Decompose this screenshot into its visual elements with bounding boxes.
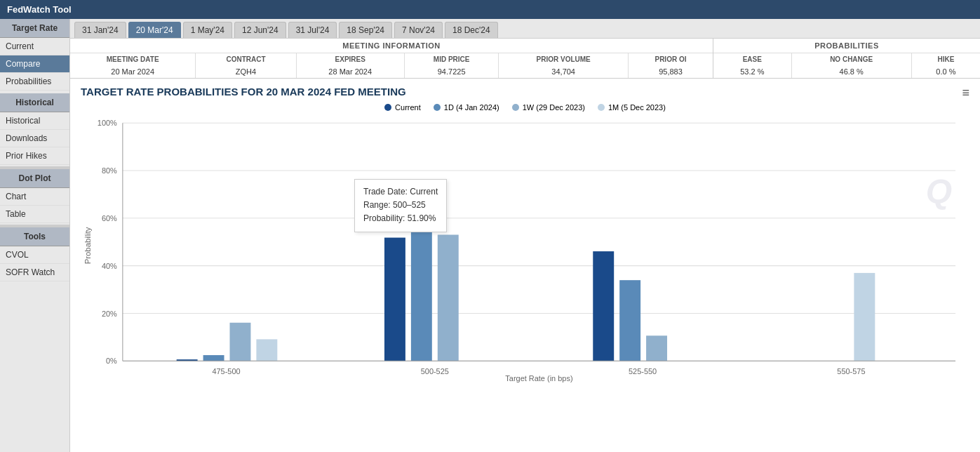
svg-text:525-550: 525-550 [629, 367, 657, 375]
legend-label-1m: 1M (5 Dec 2023) [608, 103, 666, 112]
legend-1m: 1M (5 Dec 2023) [598, 103, 666, 112]
svg-text:0%: 0% [106, 357, 117, 365]
legend-label-1w: 1W (29 Dec 2023) [523, 103, 585, 112]
col-meeting-date: MEETING DATE [70, 53, 196, 65]
probabilities-section: PROBABILITIES EASE NO CHANGE HIKE [713, 39, 980, 78]
info-panel: MEETING INFORMATION MEETING DATE CONTRAC… [70, 39, 980, 79]
bar-500-1w[interactable] [438, 234, 459, 361]
sidebar-item-chart[interactable]: Chart [0, 188, 69, 206]
cell-no-change: 46.8 % [791, 65, 911, 78]
content-area: 31 Jan'24 20 Mar'24 1 May'24 12 Jun'24 3… [70, 19, 980, 452]
cell-expires: 28 Mar 2024 [296, 65, 404, 78]
tab-31jan24[interactable]: 31 Jan'24 [74, 22, 126, 38]
legend-dot-1w [512, 104, 519, 111]
meeting-info-row: 20 Mar 2024 ZQH4 28 Mar 2024 94.7225 34,… [70, 65, 713, 78]
svg-text:475-500: 475-500 [212, 367, 240, 375]
meeting-info-section: MEETING INFORMATION MEETING DATE CONTRAC… [70, 39, 713, 78]
bar-550-1m[interactable] [854, 273, 875, 361]
col-mid-price: MID PRICE [404, 53, 499, 65]
chart-container: Q 100% 80% [81, 116, 969, 383]
bar-525-1w[interactable] [646, 335, 667, 361]
bar-475-1w[interactable] [229, 323, 250, 361]
meeting-info-table: MEETING DATE CONTRACT EXPIRES MID PRICE … [70, 53, 713, 78]
probabilities-header: PROBABILITIES [713, 39, 980, 53]
cell-contract: ZQH4 [196, 65, 296, 78]
app-title: FedWatch Tool [7, 4, 72, 15]
legend-current: Current [384, 103, 421, 112]
svg-text:20%: 20% [102, 309, 117, 317]
legend-label-1d: 1D (4 Jan 2024) [444, 103, 499, 112]
col-expires: EXPIRES [296, 53, 404, 65]
legend-dot-1m [598, 104, 605, 111]
menu-icon[interactable]: ≡ [962, 86, 969, 100]
cell-prior-oi: 95,883 [628, 65, 713, 78]
svg-text:Probability: Probability [83, 227, 92, 264]
tab-12jun24[interactable]: 12 Jun'24 [234, 22, 286, 38]
svg-text:100%: 100% [98, 119, 117, 127]
col-prior-volume: PRIOR VOLUME [499, 53, 629, 65]
sidebar-item-table[interactable]: Table [0, 206, 69, 223]
dot-plot-section-btn[interactable]: Dot Plot [0, 166, 69, 188]
sidebar-item-historical[interactable]: Historical [0, 112, 69, 130]
svg-text:80%: 80% [102, 166, 117, 175]
probabilities-table: EASE NO CHANGE HIKE 53.2 % 46.8 % 0.0 % [713, 53, 980, 78]
cell-mid-price: 94.7225 [404, 65, 499, 78]
bar-525-1d[interactable] [619, 280, 640, 361]
historical-section-btn[interactable]: Historical [0, 93, 69, 112]
bar-475-1m[interactable] [256, 339, 277, 361]
main-layout: Target Rate Current Compare Probabilitie… [0, 19, 980, 452]
tab-20mar24[interactable]: 20 Mar'24 [128, 22, 181, 38]
target-rate-btn[interactable]: Target Rate [0, 19, 69, 38]
legend-1d: 1D (4 Jan 2024) [434, 103, 499, 112]
bar-500-1d[interactable] [411, 190, 432, 361]
svg-text:500-525: 500-525 [421, 367, 449, 375]
chart-area: ≡ TARGET RATE PROBABILITIES FOR 20 MAR 2… [70, 79, 980, 452]
probabilities-row: 53.2 % 46.8 % 0.0 % [713, 65, 980, 78]
svg-text:Target Rate (in bps): Target Rate (in bps) [505, 374, 573, 383]
chart-svg: 100% 80% 60% 40% 20% 0% Probability Targ… [81, 116, 969, 383]
tab-18dec24[interactable]: 18 Dec'24 [445, 22, 498, 38]
sidebar-item-probabilities[interactable]: Probabilities [0, 73, 69, 91]
chart-title: TARGET RATE PROBABILITIES FOR 20 MAR 202… [81, 86, 969, 98]
titlebar: FedWatch Tool [0, 0, 980, 19]
chart-legend: Current 1D (4 Jan 2024) 1W (29 Dec 2023)… [81, 103, 969, 112]
svg-text:40%: 40% [102, 262, 117, 270]
tab-7nov24[interactable]: 7 Nov'24 [394, 22, 443, 38]
bar-525-current[interactable] [593, 251, 614, 361]
tab-31jul24[interactable]: 31 Jul'24 [288, 22, 337, 38]
cell-ease: 53.2 % [713, 65, 791, 78]
legend-label-current: Current [395, 103, 421, 112]
sidebar-item-compare[interactable]: Compare [0, 55, 69, 73]
sidebar-item-cvol[interactable]: CVOL [0, 246, 69, 264]
cell-hike: 0.0 % [911, 65, 980, 78]
tab-bar: 31 Jan'24 20 Mar'24 1 May'24 12 Jun'24 3… [70, 19, 980, 39]
svg-text:550-575: 550-575 [837, 367, 865, 375]
app: FedWatch Tool Target Rate Current Compar… [0, 0, 980, 452]
cell-meeting-date: 20 Mar 2024 [70, 65, 196, 78]
col-prior-oi: PRIOR OI [628, 53, 713, 65]
col-contract: CONTRACT [196, 53, 296, 65]
bar-475-1d[interactable] [203, 355, 224, 361]
legend-dot-1d [434, 104, 441, 111]
sidebar-item-sofr-watch[interactable]: SOFR Watch [0, 264, 69, 281]
sidebar-item-current[interactable]: Current [0, 38, 69, 55]
legend-dot-current [384, 104, 391, 111]
cell-prior-volume: 34,704 [499, 65, 629, 78]
tab-1may24[interactable]: 1 May'24 [183, 22, 232, 38]
info-top: MEETING INFORMATION MEETING DATE CONTRAC… [70, 39, 980, 78]
col-no-change: NO CHANGE [791, 53, 911, 65]
tab-18sep24[interactable]: 18 Sep'24 [339, 22, 392, 38]
svg-text:60%: 60% [102, 214, 117, 222]
sidebar-item-prior-hikes[interactable]: Prior Hikes [0, 147, 69, 165]
sidebar: Target Rate Current Compare Probabilitie… [0, 19, 70, 452]
bar-500-current[interactable] [384, 238, 405, 361]
meeting-info-header: MEETING INFORMATION [70, 39, 713, 53]
sidebar-item-downloads[interactable]: Downloads [0, 130, 69, 147]
col-hike: HIKE [911, 53, 980, 65]
tools-section-btn[interactable]: Tools [0, 225, 69, 246]
col-ease: EASE [713, 53, 791, 65]
legend-1w: 1W (29 Dec 2023) [512, 103, 585, 112]
